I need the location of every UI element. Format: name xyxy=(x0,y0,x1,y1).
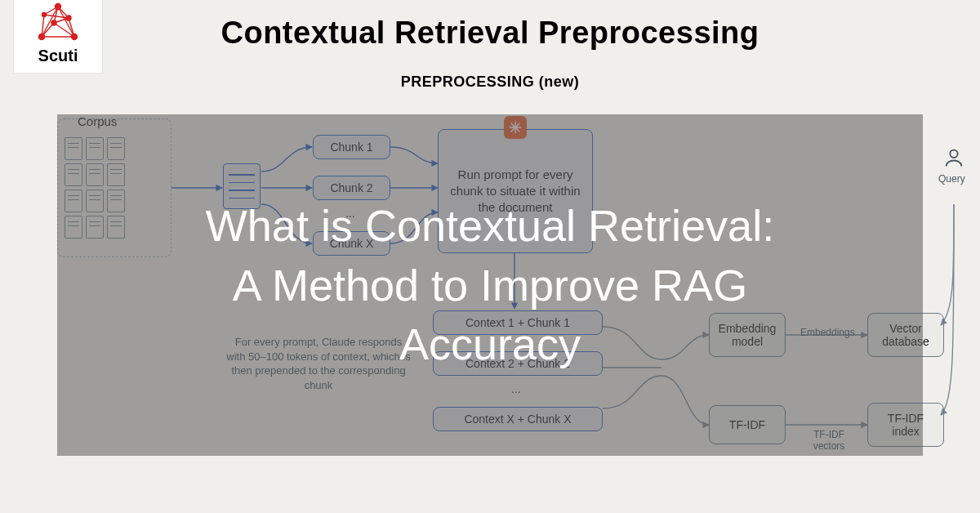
section-title: PREPROCESSING (new) xyxy=(0,74,980,91)
overlay-line-1: What is Contextual Retrieval: xyxy=(206,196,774,256)
title-overlay: What is Contextual Retrieval: A Method t… xyxy=(57,114,923,456)
svg-point-14 xyxy=(56,4,61,10)
page-title: Contextual Retrieval Preprocessing xyxy=(0,16,980,51)
svg-point-22 xyxy=(950,150,957,158)
query-label: Query xyxy=(938,173,965,185)
overlay-line-2: A Method to Improve RAG xyxy=(233,256,747,315)
user-icon xyxy=(942,145,966,170)
overlay-line-3: Accuracy xyxy=(399,314,581,374)
header: Scuti Contextual Retrieval Preprocessing xyxy=(0,0,980,65)
